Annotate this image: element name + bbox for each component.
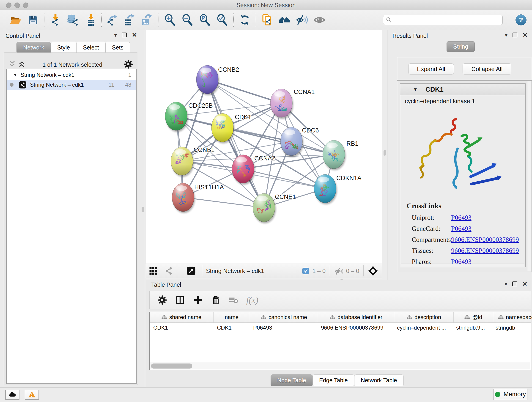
- zoom-in-button[interactable]: [163, 13, 177, 27]
- crosslink-value-link[interactable]: P06493: [451, 214, 472, 221]
- network-row[interactable]: String Network – cdk1 11 48: [7, 80, 136, 89]
- crosslink-value-link[interactable]: P06493: [451, 225, 472, 232]
- network-node[interactable]: [171, 147, 194, 177]
- network-canvas[interactable]: CCNB2CCNA1CDC25BCDK1CDC6RB1CCNB1CCNA2CDK…: [146, 30, 382, 264]
- minimize-window-icon[interactable]: [14, 2, 20, 8]
- network-node[interactable]: [280, 127, 303, 157]
- control-panel-close-icon[interactable]: ✕: [132, 33, 137, 37]
- table-panel-float-icon[interactable]: [512, 281, 517, 286]
- network-node[interactable]: [323, 140, 346, 170]
- tab-node-table[interactable]: Node Table: [271, 375, 313, 386]
- network-node[interactable]: [270, 89, 293, 119]
- results-panel-float-icon[interactable]: [513, 32, 517, 37]
- zoom-selected-button[interactable]: [215, 13, 230, 27]
- column-header-namespace[interactable]: namespace: [493, 312, 532, 322]
- column-header-description[interactable]: description: [394, 312, 454, 322]
- table-cell[interactable]: 9606.ENSP00000378699: [317, 323, 393, 333]
- birds-eye-view-button[interactable]: [185, 265, 197, 277]
- cloud-status-button[interactable]: [5, 390, 19, 400]
- network-node[interactable]: [253, 193, 276, 223]
- create-column-button[interactable]: [191, 293, 205, 307]
- table-cell[interactable]: stringdb: [492, 323, 532, 333]
- tab-select[interactable]: Select: [76, 42, 105, 53]
- network-node[interactable]: [314, 174, 337, 204]
- memory-button[interactable]: Memory: [493, 389, 527, 400]
- right-splitter-handle[interactable]: [384, 150, 386, 156]
- network-edge: [183, 197, 264, 208]
- import-database-button[interactable]: [65, 13, 80, 27]
- column-header-database-identifier[interactable]: database identifier: [318, 312, 394, 322]
- table-cell[interactable]: P06493: [249, 323, 317, 333]
- zoom-out-button[interactable]: [180, 13, 195, 27]
- cdk1-card-hscroll[interactable]: [401, 264, 525, 267]
- crosslink-value-link[interactable]: 9606.ENSP00000378699: [451, 247, 519, 254]
- table-row[interactable]: CDK1CDK1P064939606.ENSP00000378699cyclin…: [150, 323, 531, 333]
- network-node[interactable]: [232, 155, 255, 185]
- table-cell[interactable]: stringdb:9...: [452, 323, 492, 333]
- table-settings-button[interactable]: [155, 293, 169, 307]
- cdk1-collapse-icon[interactable]: ▼: [413, 87, 418, 92]
- zoom-window-icon[interactable]: [23, 2, 28, 8]
- table-cell[interactable]: CDK1: [150, 323, 213, 333]
- collapse-all-button[interactable]: Collapse All: [462, 64, 511, 75]
- show-column-button[interactable]: [173, 293, 187, 307]
- network-options-gear-icon[interactable]: [124, 60, 133, 69]
- selected-checkbox[interactable]: [302, 268, 309, 274]
- hierarchy-icon: [498, 314, 504, 320]
- close-window-icon[interactable]: [6, 2, 12, 8]
- tab-network-table[interactable]: Network Table: [354, 375, 404, 386]
- refresh-button[interactable]: [237, 13, 252, 27]
- network-collection-row[interactable]: ▼ String Network – cdk1 1: [7, 69, 136, 80]
- tab-string[interactable]: String: [447, 41, 475, 52]
- results-panel-menu-icon[interactable]: ▾: [505, 33, 507, 37]
- table-cell[interactable]: CDK1: [213, 323, 249, 333]
- column-header--id[interactable]: @id: [454, 312, 493, 322]
- network-node[interactable]: [196, 65, 219, 95]
- results-vscrollbar[interactable]: [527, 81, 531, 271]
- table-hscroll-thumb[interactable]: [151, 364, 192, 369]
- tab-edge-table[interactable]: Edge Table: [312, 375, 355, 386]
- show-panel-button[interactable]: [312, 13, 327, 27]
- network-node[interactable]: [172, 183, 195, 213]
- fit-crosshair-icon[interactable]: [368, 266, 378, 276]
- left-splitter-handle[interactable]: [142, 207, 144, 212]
- hide-panel-button[interactable]: [295, 13, 309, 27]
- cdk1-card-header[interactable]: ▼ CDK1: [400, 84, 525, 95]
- expand-all-button[interactable]: Expand All: [408, 64, 454, 75]
- share-view-button[interactable]: [163, 265, 175, 277]
- save-session-button[interactable]: [26, 13, 40, 27]
- tab-network[interactable]: Network: [17, 42, 51, 53]
- column-header-shared-name[interactable]: shared name: [150, 312, 214, 322]
- tab-style[interactable]: Style: [51, 42, 77, 53]
- crosslink-value-link[interactable]: 9606.ENSP00000378699: [451, 236, 519, 243]
- column-header-canonical-name[interactable]: canonical name: [250, 312, 318, 322]
- table-cell[interactable]: cyclin–dependent ...: [393, 323, 452, 333]
- export-network-button[interactable]: [105, 13, 120, 27]
- duplicate-network-button[interactable]: [260, 13, 274, 27]
- import-table-button[interactable]: [83, 13, 98, 27]
- zoom-fit-button[interactable]: [197, 13, 212, 27]
- crosslink-row: Uniprot:P06493: [412, 212, 519, 223]
- delete-column-button[interactable]: [209, 293, 223, 307]
- help-button[interactable]: ?: [515, 14, 526, 26]
- table-panel-close-icon[interactable]: ✕: [522, 282, 527, 286]
- node-label: HIST1H1A: [194, 184, 224, 191]
- results-panel-close-icon[interactable]: ✕: [522, 33, 528, 37]
- network-node[interactable]: [211, 114, 234, 143]
- control-panel-float-icon[interactable]: [122, 32, 127, 37]
- tab-sets[interactable]: Sets: [105, 42, 130, 53]
- search-input[interactable]: [392, 17, 494, 23]
- refresh-icon: [239, 14, 251, 26]
- open-folder-button[interactable]: [8, 13, 23, 27]
- table-hscrollbar[interactable]: [150, 362, 530, 370]
- warnings-button[interactable]: [25, 390, 39, 400]
- import-network-button[interactable]: [48, 13, 63, 27]
- column-header-name[interactable]: name: [214, 312, 250, 322]
- control-panel-menu-icon[interactable]: ▾: [114, 33, 117, 37]
- collection-expand-icon[interactable]: ▼: [13, 72, 17, 77]
- homes-button[interactable]: [277, 13, 292, 27]
- grid-view-button[interactable]: [147, 265, 159, 277]
- export-image-button[interactable]: [140, 13, 155, 27]
- export-table-button[interactable]: [123, 13, 138, 27]
- table-panel-menu-icon[interactable]: ▾: [505, 282, 507, 286]
